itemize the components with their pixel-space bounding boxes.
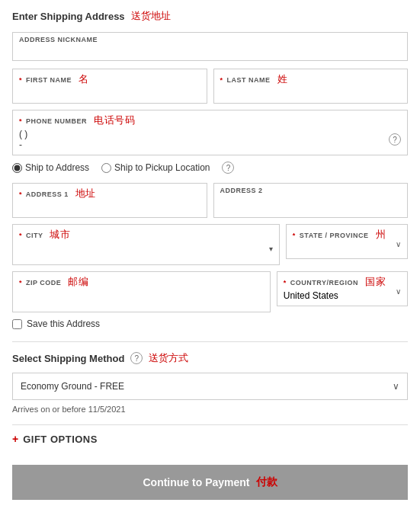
phone-input[interactable] xyxy=(35,134,386,145)
address1-required: * xyxy=(19,190,22,198)
continue-button-label: Continue to Payment xyxy=(143,476,249,488)
address-nickname-input[interactable] xyxy=(19,45,401,56)
city-field: * CITY 城市 ▾ xyxy=(12,224,280,265)
first-name-field: * FIRST NAME 名 xyxy=(12,69,207,104)
ship-to-group: Ship to Address Ship to Pickup Location … xyxy=(12,162,408,174)
gift-options-label: GIFT OPTIONS xyxy=(23,434,98,445)
shipping-header: Enter Shipping Address 送货地址 xyxy=(12,9,408,23)
country-select[interactable]: United States xyxy=(284,290,386,301)
shipping-selected-value: Economy Ground - FREE xyxy=(21,381,124,392)
state-required: * xyxy=(293,232,296,239)
city-input-row: ▾ xyxy=(19,243,273,254)
zip-label: * ZIP CODE 邮编 xyxy=(19,275,264,289)
city-input[interactable] xyxy=(19,243,269,254)
last-name-field: * LAST NAME 姓 xyxy=(213,69,409,104)
zip-chinese: 邮编 xyxy=(68,276,88,287)
country-required: * xyxy=(284,279,287,287)
country-chinese: 国家 xyxy=(365,276,386,287)
first-name-chinese: 名 xyxy=(79,73,89,85)
shipping-form-container: Enter Shipping Address 送货地址 ADDRESS NICK… xyxy=(0,0,420,509)
country-dropdown-arrow: ∨ xyxy=(396,287,401,296)
last-name-chinese: 姓 xyxy=(277,73,288,85)
gift-options-row[interactable]: + GIFT OPTIONS xyxy=(12,424,408,453)
address-nickname-field: ADDRESS NICKNAME xyxy=(12,32,408,61)
shipping-method-title: Select Shipping Method xyxy=(12,353,124,364)
address2-field: ADDRESS 2 xyxy=(213,183,409,218)
section-divider xyxy=(12,341,408,342)
phone-input-row: ( ) - ? xyxy=(19,129,401,150)
first-name-label: * FIRST NAME 名 xyxy=(19,72,200,86)
last-name-label: * LAST NAME 姓 xyxy=(220,72,402,86)
ship-to-pickup-option[interactable]: Ship to Pickup Location xyxy=(101,162,210,173)
country-field[interactable]: * COUNTRY/REGION 国家 United States ∨ xyxy=(277,271,408,306)
city-label: * CITY 城市 xyxy=(19,228,273,242)
address1-field: * ADDRESS 1 地址 xyxy=(12,183,207,218)
save-address-label[interactable]: Save this Address xyxy=(27,319,100,329)
continue-button-chinese: 付款 xyxy=(256,475,277,489)
address2-input[interactable] xyxy=(220,196,402,206)
phone-label: * PHONE NUMBER 电话号码 xyxy=(19,114,401,127)
country-label: * COUNTRY/REGION 国家 xyxy=(284,275,386,289)
city-required: * xyxy=(19,232,22,239)
name-row: * FIRST NAME 名 * LAST NAME 姓 xyxy=(12,69,408,104)
state-select[interactable] xyxy=(293,243,386,254)
state-label: * STATE / PROVINCE 州 xyxy=(293,228,386,242)
phone-help-icon[interactable]: ? xyxy=(389,133,401,146)
shipping-method-help-icon[interactable]: ? xyxy=(130,352,143,364)
zip-field: * ZIP CODE 邮编 xyxy=(12,271,271,312)
save-address-checkbox[interactable] xyxy=(12,319,22,329)
shipping-dropdown[interactable]: Economy Ground - FREE ∨ xyxy=(12,373,408,400)
address1-input[interactable] xyxy=(19,202,200,213)
shipping-method-chinese: 送货方式 xyxy=(149,351,188,365)
shipping-method-header: Select Shipping Method ? 送货方式 xyxy=(12,351,408,365)
address2-label: ADDRESS 2 xyxy=(220,187,402,194)
gift-plus-icon: + xyxy=(12,433,18,445)
city-dropdown-icon: ▾ xyxy=(269,245,273,253)
ship-to-address-option[interactable]: Ship to Address xyxy=(12,162,89,173)
phone-required: * xyxy=(19,117,22,125)
phone-field: * PHONE NUMBER 电话号码 ( ) - ? xyxy=(12,110,408,155)
state-chinese: 州 xyxy=(376,229,386,240)
address-nickname-label: ADDRESS NICKNAME xyxy=(19,36,401,43)
ship-to-help-icon[interactable]: ? xyxy=(222,162,234,174)
zip-country-row: * ZIP CODE 邮编 * COUNTRY/REGION 国家 United… xyxy=(12,271,408,312)
first-name-required: * xyxy=(19,76,22,84)
address-row: * ADDRESS 1 地址 ADDRESS 2 xyxy=(12,183,408,218)
ship-to-pickup-radio[interactable] xyxy=(101,163,111,173)
ship-to-address-radio[interactable] xyxy=(12,163,22,173)
shipping-title-chinese: 送货地址 xyxy=(131,9,171,23)
city-state-row: * CITY 城市 ▾ * STATE / PROVINCE 州 ∨ xyxy=(12,224,408,265)
phone-row: * PHONE NUMBER 电话号码 ( ) - ? xyxy=(12,110,408,155)
city-chinese: 城市 xyxy=(50,229,70,240)
shipping-dropdown-arrow: ∨ xyxy=(393,381,399,392)
state-field[interactable]: * STATE / PROVINCE 州 ∨ xyxy=(286,224,408,259)
phone-chinese: 电话号码 xyxy=(94,114,135,126)
zip-required: * xyxy=(19,279,22,287)
address1-label: * ADDRESS 1 地址 xyxy=(19,187,200,200)
shipping-title: Enter Shipping Address xyxy=(12,11,125,22)
address1-chinese: 地址 xyxy=(75,187,96,199)
zip-input[interactable] xyxy=(19,290,264,301)
state-dropdown-arrow: ∨ xyxy=(396,240,401,248)
first-name-input[interactable] xyxy=(19,88,200,98)
continue-to-payment-button[interactable]: Continue to Payment 付款 xyxy=(12,465,408,500)
last-name-required: * xyxy=(220,76,223,84)
phone-prefix: ( ) - xyxy=(19,129,32,150)
arrives-text: Arrives on or before 11/5/2021 xyxy=(12,405,408,414)
save-address-row: Save this Address xyxy=(12,319,408,329)
last-name-input[interactable] xyxy=(220,88,402,98)
